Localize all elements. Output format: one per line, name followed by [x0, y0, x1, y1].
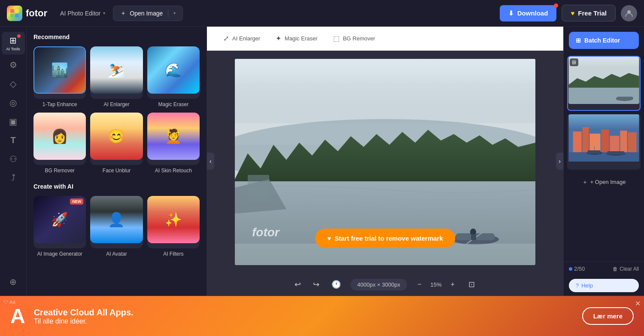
- undo-button[interactable]: ↩: [292, 277, 304, 292]
- heart-icon: ♥: [571, 9, 574, 17]
- eye-icon: ◎: [9, 98, 17, 108]
- tool-face-unblur[interactable]: 😊 Face Unblur: [90, 113, 143, 174]
- dropdown-chevron-icon: ▾: [173, 11, 176, 15]
- svg-rect-27: [601, 129, 609, 153]
- tool-magic-eraser[interactable]: 🌊 Magic Eraser: [147, 46, 200, 108]
- user-avatar[interactable]: [621, 5, 637, 21]
- svg-rect-31: [569, 152, 639, 162]
- text-icon: T: [10, 135, 15, 145]
- ai-editor-button[interactable]: AI Photo Editor ▾: [56, 7, 109, 19]
- history-button[interactable]: 🕐: [329, 277, 343, 292]
- svg-rect-36: [608, 151, 625, 155]
- sidebar-item-frame[interactable]: ▣: [2, 113, 25, 130]
- grid-icon: ⊞: [9, 35, 17, 46]
- sidebar-item-more[interactable]: ⊕: [2, 273, 25, 290]
- create-tools-grid: 🚀 NEW AI Image Generator 👤 AI Avatar: [33, 196, 200, 258]
- canvas-bg-remover-btn[interactable]: ⬚ BG Remover: [325, 30, 383, 47]
- fit-view-button[interactable]: ⊡: [465, 278, 478, 291]
- svg-rect-28: [610, 136, 620, 153]
- clear-all-button[interactable]: 🗑 Clear All: [613, 266, 639, 272]
- sidebar-item-adjust[interactable]: ⚙: [2, 56, 25, 73]
- sidebar-item-upload[interactable]: ⤴: [2, 169, 25, 186]
- zoom-in-button[interactable]: +: [447, 279, 458, 290]
- logo-area: fotor: [7, 6, 47, 21]
- tool-magic-eraser-label: Magic Eraser: [147, 101, 200, 108]
- more-icon: ⊕: [9, 277, 17, 287]
- sidebar-item-ai-tools[interactable]: ⊞ AI Tools: [2, 32, 25, 55]
- adobe-logo: A: [10, 304, 25, 328]
- tool-ai-skin-retouch[interactable]: 💆 AI Skin Retouch: [147, 113, 200, 174]
- create-section-title: Create with AI: [33, 183, 200, 190]
- ad-banner: 🛡 Ad A Creative Cloud All Apps. Til alle…: [0, 296, 644, 336]
- batch-editor-button[interactable]: ⊞ Batch Editor: [569, 32, 639, 49]
- thumbnail-layers-button[interactable]: ⊞: [570, 58, 578, 66]
- download-button[interactable]: ⬇ Download: [500, 5, 557, 21]
- ad-badge: 🛡 Ad: [3, 299, 15, 305]
- free-trial-button[interactable]: ♥ Free Trial: [562, 5, 616, 21]
- open-image-label: Open Image: [130, 10, 163, 17]
- canvas-bottom-bar: ↩ ↪ 🕐 4000px × 3000px − 15% + ⊡: [207, 273, 563, 296]
- tool-bg-remover-label: BG Remover: [33, 168, 86, 174]
- ad-subtitle: Til alle dine idéer.: [34, 318, 134, 325]
- svg-rect-0: [10, 9, 14, 13]
- thumbnail-1[interactable]: ⊞ 🗑: [567, 56, 641, 111]
- bg-remover-icon: ⬚: [333, 34, 340, 43]
- canvas-ai-enlarger-label: AI Enlarger: [232, 35, 260, 42]
- batch-editor-icon: ⊞: [576, 37, 581, 44]
- thumbnail-2[interactable]: 🗑: [567, 114, 641, 169]
- redo-button[interactable]: ↪: [310, 277, 322, 292]
- ad-badge-label: Ad: [9, 299, 15, 305]
- navbar-right: ⬇ Download ♥ Free Trial: [500, 5, 637, 21]
- canvas-area: ⤢ AI Enlarger ✦ Magic Eraser ⬚ BG Remove…: [207, 27, 563, 296]
- upload-icon: ⤴: [11, 173, 15, 183]
- clear-all-label: Clear All: [620, 266, 639, 272]
- svg-rect-16: [235, 59, 535, 85]
- tool-ai-filters[interactable]: ✨ AI Filters: [147, 196, 200, 258]
- sidebar-item-text[interactable]: T: [2, 132, 25, 149]
- tool-ai-enlarger[interactable]: ⛷️ AI Enlarger: [90, 46, 143, 108]
- right-panel-footer: 2/50 🗑 Clear All: [564, 262, 644, 275]
- sidebar-item-beauty[interactable]: ◇: [2, 75, 25, 92]
- help-label: Help: [581, 282, 593, 289]
- image-thumbnails: ⊞ 🗑: [564, 54, 644, 262]
- svg-rect-2: [10, 14, 14, 18]
- tool-ai-image-generator[interactable]: 🚀 NEW AI Image Generator: [33, 196, 86, 258]
- canvas-image: fotor ♥ Start free trial to remove water…: [235, 59, 535, 265]
- tool-bg-remover[interactable]: 👩 BG Remover: [33, 113, 86, 174]
- tool-ai-skin-retouch-label: AI Skin Retouch: [147, 168, 200, 174]
- sidebar-item-people[interactable]: ⚇: [2, 150, 25, 168]
- plus-icon: ＋: [120, 9, 126, 17]
- frame-icon: ▣: [9, 116, 17, 127]
- page-count-label: 2/50: [574, 266, 585, 272]
- expand-right-arrow[interactable]: ›: [556, 153, 563, 170]
- sidebar-item-eye[interactable]: ◎: [2, 94, 25, 111]
- canvas-image-bg: fotor ♥ Start free trial to remove water…: [235, 59, 535, 265]
- tool-ai-avatar[interactable]: 👤 AI Avatar: [90, 196, 143, 258]
- canvas-ai-enlarger-btn[interactable]: ⤢ AI Enlarger: [216, 30, 268, 47]
- svg-rect-37: [569, 114, 639, 129]
- collapse-left-arrow[interactable]: ‹: [207, 153, 214, 170]
- tool-1tap-enhance[interactable]: 🏙️ 1-Tap Enhance: [33, 46, 86, 108]
- remove-watermark-button[interactable]: ♥ Start free trial to remove watermark: [315, 229, 455, 248]
- watermark-text: fotor: [252, 226, 279, 239]
- free-trial-label: Free Trial: [578, 9, 607, 17]
- tool-1tap-label: 1-Tap Enhance: [33, 101, 86, 108]
- zoom-out-button[interactable]: −: [414, 279, 425, 290]
- ad-cta-button[interactable]: Lær mere: [582, 307, 634, 325]
- svg-rect-29: [620, 131, 627, 153]
- ad-title: Creative Cloud All Apps.: [34, 307, 134, 318]
- recommend-tools-grid: 🏙️ 1-Tap Enhance ⛷️ AI Enlarger 🌊: [33, 46, 200, 174]
- main-content: ⊞ AI Tools ⚙ ◇ ◎ ▣ T ⚇ ⤴ ⊕ Recommend: [0, 27, 644, 296]
- tool-ai-enlarger-label: AI Enlarger: [90, 101, 143, 108]
- magic-eraser-icon: ✦: [276, 34, 281, 43]
- logo-text: fotor: [26, 8, 47, 19]
- notification-dot: [17, 34, 21, 38]
- fotor-logo-icon[interactable]: [7, 6, 22, 21]
- open-image-small[interactable]: ＋ + Open Image: [567, 173, 641, 191]
- open-image-button[interactable]: ＋ Open Image ▾: [113, 6, 183, 21]
- help-button[interactable]: ? Help: [569, 279, 639, 292]
- plus-icon-small: ＋: [582, 178, 588, 186]
- canvas-magic-eraser-label: Magic Eraser: [285, 35, 318, 42]
- ad-close-button[interactable]: ✕: [635, 299, 641, 308]
- canvas-magic-eraser-btn[interactable]: ✦ Magic Eraser: [268, 30, 325, 47]
